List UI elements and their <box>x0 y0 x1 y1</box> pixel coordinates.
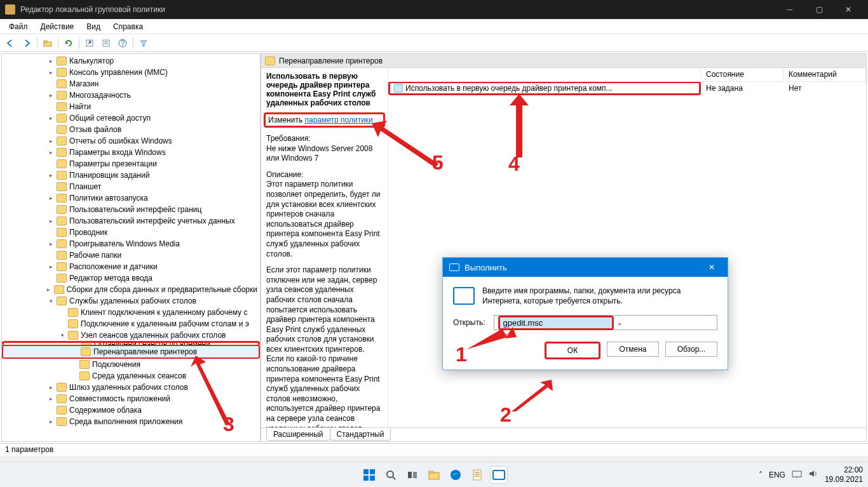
tree-expander-icon[interactable] <box>46 251 55 260</box>
tree-expander-icon[interactable]: ▸ <box>46 217 55 225</box>
chevron-down-icon[interactable]: ⌄ <box>616 318 623 327</box>
run-input[interactable] <box>500 317 612 328</box>
tree-expander-icon[interactable] <box>46 406 55 415</box>
policy-settings-link[interactable]: параметр политики <box>304 116 372 124</box>
browse-button[interactable]: Обзор... <box>665 342 717 357</box>
tree-expander-icon[interactable]: ▸ <box>46 417 55 426</box>
tree-expander-icon[interactable]: ▸ <box>46 114 55 123</box>
tree-item[interactable]: ▸Консоль управления (MMC) <box>2 67 260 78</box>
explorer-icon[interactable] <box>425 466 443 484</box>
tree-item[interactable]: Магазин <box>2 78 260 90</box>
column-header-comment[interactable]: Комментарий <box>783 68 866 81</box>
tree-item[interactable]: Планшет <box>2 181 260 192</box>
tree-item[interactable]: Найти <box>2 101 260 112</box>
menu-file[interactable]: Файл <box>3 20 34 34</box>
tray-chevron-icon[interactable]: ˄ <box>759 470 763 479</box>
tree-item[interactable]: ▾Службы удаленных рабочих столов <box>2 295 260 307</box>
search-icon[interactable] <box>382 466 400 484</box>
tree-item[interactable]: Параметры презентации <box>2 158 260 170</box>
toolbar-refresh-button[interactable] <box>61 36 76 50</box>
toolbar-properties-button[interactable] <box>98 36 114 50</box>
toolbar-forward-button[interactable] <box>19 36 34 50</box>
tree-item[interactable]: ▸Многозадачность <box>2 90 260 101</box>
tree-item[interactable]: ▸Планировщик заданий <box>2 170 260 181</box>
notepad-icon[interactable] <box>468 466 486 484</box>
tree-expander-icon[interactable] <box>46 205 55 214</box>
tree-item[interactable]: Пользовательский интерфейс границ <box>2 204 260 215</box>
tree-expander-icon[interactable] <box>46 228 55 237</box>
run-taskbar-icon[interactable] <box>490 466 508 484</box>
tree-item[interactable]: Отзыв файлов <box>2 124 260 135</box>
tree-item[interactable]: ▸Пользовательский интерфейс учетных данн… <box>2 215 260 227</box>
tree-item[interactable]: ▸Среда выполнения приложения <box>2 416 260 427</box>
toolbar-filter-button[interactable] <box>136 36 151 50</box>
tree-item[interactable]: ▸Сборки для сбора данных и предварительн… <box>2 284 260 295</box>
tree-item[interactable]: ▸Калькулятор <box>2 55 260 67</box>
menu-help[interactable]: Справка <box>107 20 149 34</box>
maximize-button[interactable]: ▢ <box>804 0 834 19</box>
tree-expander-icon[interactable] <box>69 360 78 369</box>
tree-expander-icon[interactable]: ▸ <box>46 57 55 65</box>
tree-item[interactable]: Среда удаленных сеансов <box>2 370 260 382</box>
tree-item[interactable]: ▸Проигрыватель Windows Media <box>2 238 260 250</box>
tree-item[interactable]: Клиент подключения к удаленному рабочему… <box>2 307 260 318</box>
tree-item[interactable]: ▸Параметры входа Windows <box>2 147 260 158</box>
edge-icon[interactable] <box>447 466 465 484</box>
tree-expander-icon[interactable]: ▸ <box>46 262 55 271</box>
tree-expander-icon[interactable]: ▸ <box>46 383 55 392</box>
tree-item[interactable]: Проводник <box>2 227 260 238</box>
tab-extended[interactable]: Расширенный <box>266 428 330 441</box>
tree-expander-icon[interactable] <box>58 319 67 328</box>
tray-network-icon[interactable] <box>792 469 802 480</box>
ok-button[interactable]: ОК <box>545 342 600 359</box>
minimize-button[interactable]: ─ <box>775 0 804 19</box>
tree-expander-icon[interactable] <box>58 308 67 317</box>
tree-expander-icon[interactable]: ▸ <box>46 394 55 403</box>
tree-item[interactable]: ▸Расположение и датчики <box>2 261 260 272</box>
tree-item[interactable]: ▸Политики автозапуска <box>2 192 260 204</box>
tree-expander-icon[interactable] <box>71 347 79 356</box>
tree-item[interactable]: Редактор метода ввода <box>2 272 260 284</box>
tree-expander-icon[interactable] <box>71 341 80 345</box>
toolbar-back-button[interactable] <box>3 36 18 50</box>
tree-expander-icon[interactable]: ▸ <box>46 137 55 145</box>
tree-item[interactable]: Подключения <box>2 359 260 370</box>
tree-expander-icon[interactable]: ▸ <box>44 285 53 294</box>
tree-item[interactable]: Рабочие папки <box>2 250 260 261</box>
tree-item[interactable]: ▾Узел сеансов удаленных рабочих столов <box>2 330 260 341</box>
tree-item[interactable]: Перенаправление принтеров <box>2 345 260 359</box>
tree-expander-icon[interactable]: ▸ <box>46 91 55 100</box>
tree-expander-icon[interactable]: ▸ <box>46 194 55 203</box>
close-button[interactable]: ✕ <box>834 0 863 19</box>
toolbar-up-button[interactable] <box>40 36 55 50</box>
toolbar-export-button[interactable] <box>82 36 97 50</box>
toolbar-help-button[interactable]: ? <box>115 36 130 50</box>
tree-item[interactable]: ▸Совместимость приложений <box>2 393 260 404</box>
tab-standard[interactable]: Стандартный <box>330 429 391 441</box>
tree-expander-icon[interactable] <box>69 371 78 380</box>
tree-expander-icon[interactable] <box>46 102 55 111</box>
tray-lang[interactable]: ENG <box>769 470 785 479</box>
tree-item[interactable]: Содержимое облака <box>2 404 260 416</box>
tree-item[interactable]: ▸Общий сетевой доступ <box>2 112 260 124</box>
tree-item[interactable]: ▸Шлюз удаленных рабочих столов <box>2 382 260 393</box>
tree-expander-icon[interactable] <box>46 159 55 168</box>
tree-expander-icon[interactable]: ▸ <box>46 239 55 248</box>
tree-expander-icon[interactable] <box>46 274 55 283</box>
column-header-state[interactable]: Состояние <box>701 68 783 81</box>
tree-expander-icon[interactable]: ▸ <box>46 171 55 180</box>
tree-expander-icon[interactable]: ▸ <box>46 68 55 77</box>
tree-expander-icon[interactable] <box>46 182 55 191</box>
tray-volume-icon[interactable] <box>808 469 818 480</box>
tree-item[interactable]: ▸Отчеты об ошибках Windows <box>2 135 260 147</box>
task-view-icon[interactable] <box>403 466 421 484</box>
tree-item[interactable]: Подключение к удаленным рабочим столам и… <box>2 318 260 330</box>
tray-clock[interactable]: 22:00 19.09.2021 <box>825 465 863 484</box>
start-button[interactable] <box>360 466 378 484</box>
cancel-button[interactable]: Отмена <box>607 342 659 357</box>
menu-action[interactable]: Действие <box>34 20 81 34</box>
tree-expander-icon[interactable]: ▾ <box>58 331 67 340</box>
tree-expander-icon[interactable] <box>46 125 55 134</box>
tree-expander-icon[interactable]: ▸ <box>46 148 55 157</box>
tree-expander-icon[interactable]: ▾ <box>46 297 55 305</box>
